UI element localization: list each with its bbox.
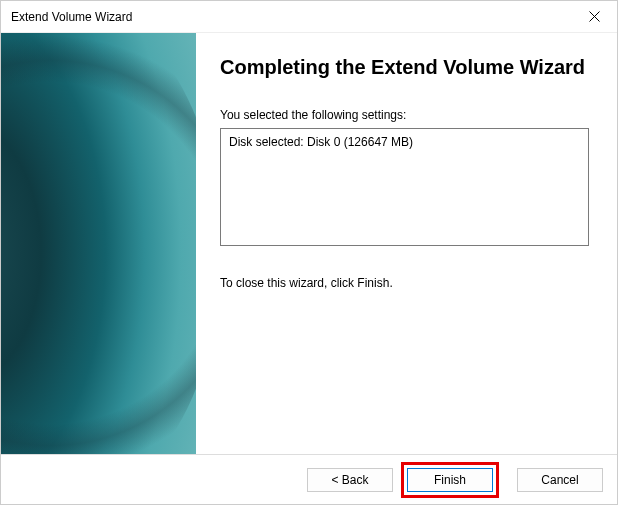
settings-item: Disk selected: Disk 0 (126647 MB) (229, 135, 580, 149)
close-button[interactable] (571, 1, 617, 33)
wizard-main-panel: Completing the Extend Volume Wizard You … (196, 33, 617, 454)
instruction-text: To close this wizard, click Finish. (220, 276, 589, 290)
extend-volume-wizard-window: Extend Volume Wizard Completing the Exte… (0, 0, 618, 505)
back-button[interactable]: < Back (307, 468, 393, 492)
page-title: Completing the Extend Volume Wizard (220, 55, 589, 80)
content-area: Completing the Extend Volume Wizard You … (1, 33, 617, 454)
titlebar: Extend Volume Wizard (1, 1, 617, 33)
wizard-side-graphic (1, 33, 196, 454)
window-title: Extend Volume Wizard (11, 10, 132, 24)
settings-label: You selected the following settings: (220, 108, 589, 122)
finish-button[interactable]: Finish (407, 468, 493, 492)
settings-listbox[interactable]: Disk selected: Disk 0 (126647 MB) (220, 128, 589, 246)
close-icon (589, 11, 600, 22)
cancel-button[interactable]: Cancel (517, 468, 603, 492)
finish-highlight: Finish (401, 462, 499, 498)
button-bar: < Back Finish Cancel (1, 454, 617, 504)
